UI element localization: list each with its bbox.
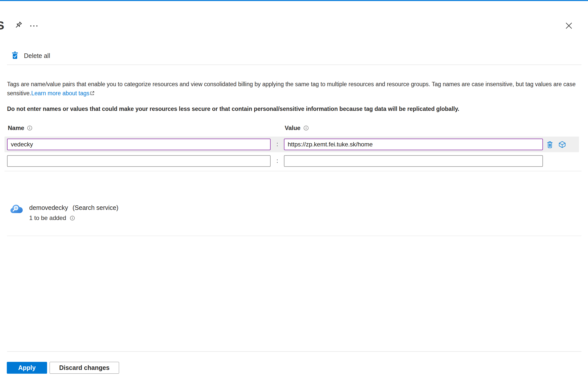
close-button[interactable] xyxy=(565,22,573,30)
tags-blade: S xyxy=(0,0,588,381)
tag-name-input[interactable] xyxy=(7,139,271,150)
apply-button[interactable]: Apply xyxy=(7,362,47,374)
pending-info-icon[interactable] xyxy=(70,215,75,221)
tags-content: Tags are name/value pairs that enable yo… xyxy=(7,80,581,236)
toolbar-divider xyxy=(7,65,581,65)
external-link-icon xyxy=(90,90,95,97)
resource-title: demovedecky (Search service) xyxy=(29,204,118,211)
tag-rows: : xyxy=(7,137,581,171)
tag-row: : xyxy=(5,137,579,152)
close-icon xyxy=(565,27,573,30)
colon-separator: : xyxy=(271,157,284,165)
delete-all-button[interactable]: Delete all xyxy=(12,51,50,60)
learn-more-link[interactable]: Learn more about tags xyxy=(31,90,89,97)
resource-cube-button[interactable] xyxy=(558,141,566,148)
pin-icon xyxy=(14,27,23,30)
value-info-icon[interactable] xyxy=(303,125,309,131)
top-accent-bar xyxy=(0,0,588,1)
name-header-label: Name xyxy=(8,124,24,132)
more-options-button[interactable] xyxy=(30,25,39,27)
delete-tag-button[interactable] xyxy=(546,141,553,148)
tags-warning: Do not enter names or values that could … xyxy=(7,105,581,113)
discard-changes-button[interactable]: Discard changes xyxy=(50,362,119,374)
resource-type: (Search service) xyxy=(72,204,118,211)
tag-value-input[interactable] xyxy=(284,155,543,167)
pending-count-label: 1 to be added xyxy=(29,214,66,221)
tag-name-input[interactable] xyxy=(7,155,271,167)
tag-value-input[interactable] xyxy=(284,139,543,150)
value-header-label: Value xyxy=(285,124,301,132)
value-column-header: Value xyxy=(284,124,543,132)
delete-all-icon xyxy=(12,51,18,60)
pin-button[interactable] xyxy=(14,21,23,30)
blade-title-partial: S xyxy=(0,20,4,31)
tag-table-headers: Name Value xyxy=(7,124,581,132)
delete-all-label: Delete all xyxy=(24,52,50,59)
cube-icon xyxy=(558,145,566,149)
footer-divider xyxy=(7,351,581,352)
resource-name: demovedecky xyxy=(29,204,68,211)
resource-divider xyxy=(7,236,581,236)
rows-divider xyxy=(5,171,581,171)
search-service-icon xyxy=(10,204,23,215)
resource-pending: 1 to be added xyxy=(29,214,118,221)
row-actions xyxy=(543,141,579,148)
colon-separator: : xyxy=(271,141,284,148)
name-info-icon[interactable] xyxy=(27,125,32,131)
tag-row: : xyxy=(5,154,579,168)
tags-description: Tags are name/value pairs that enable yo… xyxy=(7,80,581,98)
ellipsis-icon xyxy=(30,24,39,28)
trash-icon xyxy=(546,145,553,149)
resource-text: demovedecky (Search service) 1 to be add… xyxy=(29,204,118,221)
name-column-header: Name xyxy=(7,124,271,132)
resource-summary: demovedecky (Search service) 1 to be add… xyxy=(10,204,581,221)
